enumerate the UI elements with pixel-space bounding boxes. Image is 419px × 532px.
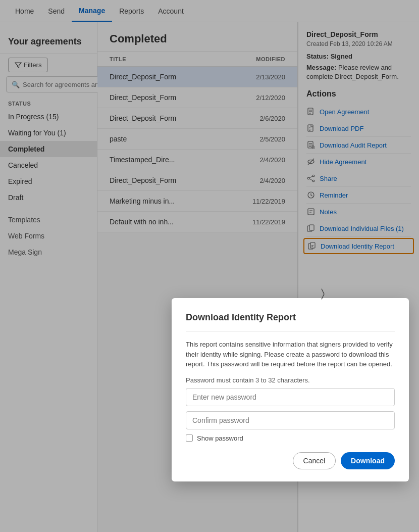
- show-password-checkbox[interactable]: [186, 434, 193, 442]
- show-password-row: Show password: [186, 434, 395, 442]
- modal-download-button[interactable]: Download: [341, 452, 395, 469]
- confirm-password-input[interactable]: [186, 411, 395, 429]
- show-password-label: Show password: [197, 434, 243, 442]
- download-identity-modal: Download Identity Report This report con…: [172, 298, 409, 481]
- modal-footer: Cancel Download: [186, 452, 395, 469]
- modal-field-label: Password must contain 3 to 32 characters…: [186, 376, 395, 384]
- modal-body-text: This report contains sensitive informati…: [186, 340, 395, 369]
- modal-cancel-button[interactable]: Cancel: [293, 452, 336, 469]
- password-input[interactable]: [186, 388, 395, 406]
- modal-divider: [186, 331, 395, 331]
- modal-title: Download Identity Report: [186, 312, 395, 323]
